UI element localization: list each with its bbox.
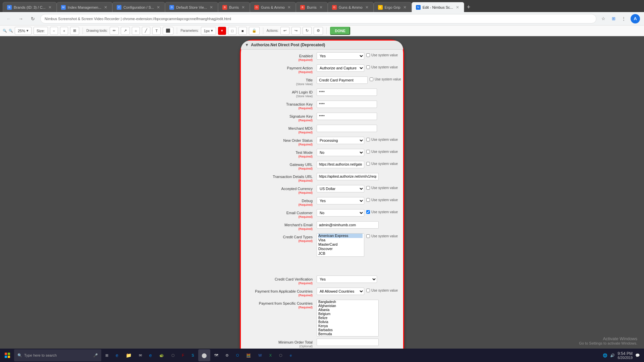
payment-action-select[interactable]: Authorize and Capture Authorize Only bbox=[317, 64, 364, 72]
tab-close-default[interactable]: ✕ bbox=[209, 4, 214, 10]
voice-search-icon[interactable]: 🎤 bbox=[93, 353, 98, 358]
search-bar[interactable]: 🔍 Type here to search 🎤 bbox=[14, 349, 101, 361]
enabled-select[interactable]: Yes No bbox=[317, 52, 364, 60]
tab-close-index[interactable]: ✕ bbox=[103, 4, 108, 10]
fill-tool[interactable]: ⬛ bbox=[163, 27, 173, 35]
signature-key-input[interactable] bbox=[317, 113, 377, 120]
size-small[interactable]: − bbox=[50, 27, 58, 35]
notification-icon[interactable]: 💬 bbox=[635, 353, 640, 358]
edge-app[interactable]: e bbox=[146, 349, 155, 361]
refresh-button[interactable]: ↻ bbox=[28, 14, 38, 23]
tab-brands[interactable]: B Brands (ID: 3) / C... ✕ bbox=[3, 2, 57, 12]
app1[interactable]: ⬡ bbox=[168, 349, 178, 361]
cc-types-system-checkbox[interactable] bbox=[366, 234, 370, 238]
extensions-icon[interactable]: ⊞ bbox=[609, 14, 618, 23]
tortoisesvn-app[interactable]: 🐢 bbox=[156, 349, 167, 361]
merchant-md5-input[interactable] bbox=[317, 125, 377, 132]
tab-ergo[interactable]: E Ergo Grip ✕ bbox=[374, 2, 412, 12]
debug-system-checkbox[interactable] bbox=[366, 198, 370, 202]
gateway-url-input[interactable] bbox=[317, 161, 364, 168]
tab-default-store[interactable]: D Default Store Vie... ✕ bbox=[165, 2, 218, 12]
filezilla-app[interactable]: F bbox=[179, 349, 188, 361]
chrome-app[interactable]: ⬤ bbox=[198, 349, 210, 361]
param-color[interactable]: ▾ bbox=[218, 27, 226, 35]
email-customer-system-checkbox[interactable] bbox=[366, 210, 370, 214]
credit-card-types-select[interactable]: American Express Visa MasterCard Discove… bbox=[317, 233, 364, 257]
title-system-checkbox[interactable] bbox=[370, 77, 373, 81]
accepted-currency-system-checkbox[interactable] bbox=[366, 186, 370, 190]
api-login-input[interactable] bbox=[317, 88, 377, 96]
collapse-icon[interactable]: ▼ bbox=[245, 43, 249, 47]
excel-app[interactable]: X bbox=[266, 349, 275, 361]
calculator-app[interactable]: 🧮 bbox=[243, 349, 254, 361]
line-tool[interactable]: ╱ bbox=[142, 27, 150, 35]
merchants-email-input[interactable] bbox=[317, 221, 379, 229]
param-fill[interactable]: ■ bbox=[238, 27, 247, 35]
param-rect[interactable]: □ bbox=[228, 27, 236, 35]
tab-config[interactable]: C Configuration / S... ✕ bbox=[112, 2, 165, 12]
param-lock[interactable]: 🔒 bbox=[249, 27, 260, 35]
tab-index[interactable]: M Index Managemen... ✕ bbox=[57, 2, 112, 12]
accepted-currency-select[interactable]: US Dollar bbox=[317, 185, 364, 192]
settings-app[interactable]: ⚙ bbox=[222, 349, 232, 361]
profile-button[interactable]: A bbox=[631, 14, 640, 23]
word-app[interactable]: W bbox=[255, 349, 265, 361]
forward-button[interactable]: → bbox=[16, 14, 25, 23]
text-tool[interactable]: T bbox=[152, 27, 161, 35]
app2[interactable]: ⬡ bbox=[276, 349, 286, 361]
payment-applicable-select[interactable]: All Allowed Countries Specific Countries bbox=[317, 288, 364, 295]
gateway-url-system-checkbox[interactable] bbox=[366, 162, 370, 166]
tab-close-burris2[interactable]: ✕ bbox=[319, 4, 323, 10]
pencil-tool[interactable]: ✏ bbox=[110, 27, 119, 35]
transaction-details-url-input[interactable] bbox=[317, 173, 379, 180]
debug-select[interactable]: Yes No bbox=[317, 197, 364, 204]
address-input[interactable]: Nimbus Screenshot & Screen Video Recorde… bbox=[40, 14, 596, 23]
arrow-tool[interactable]: ↗ bbox=[121, 27, 130, 35]
undo-button[interactable]: ↩ bbox=[280, 27, 289, 35]
tab-close-brands[interactable]: ✕ bbox=[48, 4, 52, 10]
outlook-app[interactable]: O bbox=[233, 349, 243, 361]
ie-app[interactable]: e bbox=[112, 349, 122, 361]
payment-specific-select[interactable]: Bangladesh Afghanistan Albania Belgium B… bbox=[317, 300, 379, 337]
cc-verification-select[interactable]: Yes No bbox=[317, 276, 377, 283]
skype-app[interactable]: S bbox=[188, 349, 197, 361]
test-mode-system-checkbox[interactable] bbox=[366, 150, 370, 154]
zoom-select[interactable]: 25% ▾ bbox=[15, 27, 32, 35]
tab-burris2[interactable]: B Burris ✕ bbox=[296, 2, 328, 12]
tab-close-guns2[interactable]: ✕ bbox=[365, 4, 369, 10]
file-explorer-app[interactable]: 📁 bbox=[122, 349, 135, 361]
aspect-ratio[interactable]: ⊞ bbox=[70, 27, 79, 35]
bookmarks-icon[interactable]: ☆ bbox=[599, 14, 608, 23]
min-order-total-input[interactable] bbox=[317, 339, 379, 346]
payment-action-system-checkbox[interactable] bbox=[366, 65, 370, 69]
mail-app[interactable]: ✉ bbox=[136, 349, 145, 361]
settings-button[interactable]: ⚙ bbox=[314, 27, 323, 35]
tab-close-burris1[interactable]: ✕ bbox=[241, 4, 246, 10]
title-input[interactable] bbox=[317, 76, 368, 84]
volume-icon[interactable]: 🔊 bbox=[610, 353, 615, 358]
test-mode-select[interactable]: No Yes bbox=[317, 149, 364, 156]
maps-app[interactable]: 🗺 bbox=[211, 349, 221, 361]
new-order-status-select[interactable]: Processing Pending bbox=[317, 137, 364, 144]
done-button[interactable]: DONE bbox=[330, 27, 350, 35]
tab-close-config[interactable]: ✕ bbox=[156, 4, 161, 10]
circle-tool[interactable]: ○ bbox=[132, 27, 140, 35]
tab-guns1[interactable]: G Guns & Ammo ✕ bbox=[250, 2, 296, 12]
rotate-button[interactable]: ↻ bbox=[303, 27, 312, 35]
enabled-system-checkbox[interactable] bbox=[366, 53, 370, 57]
payment-applicable-system-checkbox[interactable] bbox=[366, 289, 370, 292]
size-large[interactable]: + bbox=[60, 27, 68, 35]
tab-close-nimbus[interactable]: ✕ bbox=[455, 4, 460, 10]
new-order-status-system-checkbox[interactable] bbox=[366, 138, 370, 141]
start-button[interactable] bbox=[1, 349, 13, 361]
task-view-button[interactable]: ⊞ bbox=[102, 349, 112, 361]
ie2-app[interactable]: e bbox=[286, 349, 295, 361]
param-size[interactable]: 1px▾ bbox=[201, 27, 216, 35]
clock[interactable]: 9:54 PM 6/20/2019 bbox=[618, 351, 633, 360]
redo-button[interactable]: ↪ bbox=[291, 27, 301, 35]
network-icon[interactable]: 🌐 bbox=[603, 353, 607, 358]
size-button[interactable]: Size: bbox=[34, 27, 48, 35]
new-tab-button[interactable]: + bbox=[464, 2, 473, 12]
tab-burris1[interactable]: B Burris ✕ bbox=[218, 2, 250, 12]
tab-close-ergo[interactable]: ✕ bbox=[402, 4, 407, 10]
